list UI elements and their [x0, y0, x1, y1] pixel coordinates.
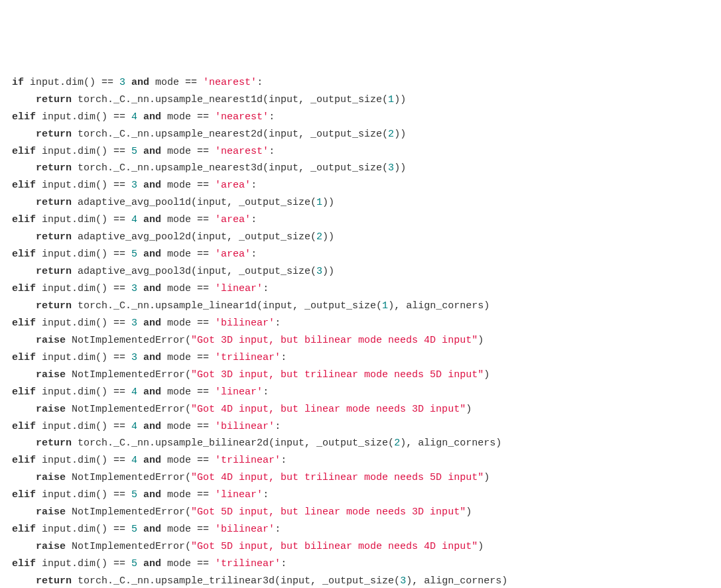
code-line: return torch._C._nn.upsample_nearest1d(i… — [12, 94, 406, 105]
code-line: return torch._C._nn.upsample_linear1d(in… — [12, 300, 490, 312]
code-line: elif input.dim() == 4 and mode == 'linea… — [12, 386, 269, 398]
code-line: raise NotImplementedError("Got 4D input,… — [12, 404, 472, 415]
code-line: return torch._C._nn.upsample_trilinear3d… — [12, 575, 507, 587]
code-line: elif input.dim() == 4 and mode == 'area'… — [12, 214, 257, 225]
keyword-raise: raise — [36, 335, 66, 346]
code-line: raise NotImplementedError("Got 3D input,… — [12, 369, 490, 381]
keyword-if: if — [12, 77, 24, 88]
code-line: raise NotImplementedError("Got 5D input,… — [12, 506, 472, 518]
code-line: return adaptive_avg_pool2d(input, _outpu… — [12, 231, 334, 243]
code-block: if input.dim() == 3 and mode == 'nearest… — [12, 74, 709, 588]
code-line: return adaptive_avg_pool3d(input, _outpu… — [12, 266, 334, 277]
code-line: raise NotImplementedError("Got 3D input,… — [12, 335, 484, 346]
code-line: elif input.dim() == 4 and mode == 'bilin… — [12, 421, 281, 432]
keyword-return: return — [36, 94, 72, 105]
code-line: elif input.dim() == 4 and mode == 'trili… — [12, 455, 287, 466]
code-line: raise NotImplementedError("Got 4D input,… — [12, 472, 490, 483]
code-line: elif input.dim() == 5 and mode == 'neare… — [12, 146, 275, 157]
code-line: elif input.dim() == 4 and mode == 'neare… — [12, 111, 275, 123]
keyword-elif: elif — [12, 111, 36, 123]
code-line: elif input.dim() == 5 and mode == 'area'… — [12, 249, 257, 260]
code-line: elif input.dim() == 5 and mode == 'linea… — [12, 489, 269, 500]
code-line: elif input.dim() == 3 and mode == 'trili… — [12, 352, 287, 363]
code-line: return torch._C._nn.upsample_bilinear2d(… — [12, 438, 501, 449]
code-line: elif input.dim() == 3 and mode == 'bilin… — [12, 318, 281, 329]
code-line: elif input.dim() == 3 and mode == 'area'… — [12, 180, 257, 191]
code-line: if input.dim() == 3 and mode == 'nearest… — [12, 77, 263, 88]
code-line: elif input.dim() == 5 and mode == 'trili… — [12, 558, 287, 569]
code-line: elif input.dim() == 5 and mode == 'bilin… — [12, 524, 281, 535]
code-line: return torch._C._nn.upsample_nearest2d(i… — [12, 129, 406, 140]
code-line: raise NotImplementedError("Got 5D input,… — [12, 541, 484, 552]
code-line: return adaptive_avg_pool1d(input, _outpu… — [12, 197, 334, 208]
code-line: elif input.dim() == 3 and mode == 'linea… — [12, 283, 269, 294]
code-line: return torch._C._nn.upsample_nearest3d(i… — [12, 162, 406, 174]
